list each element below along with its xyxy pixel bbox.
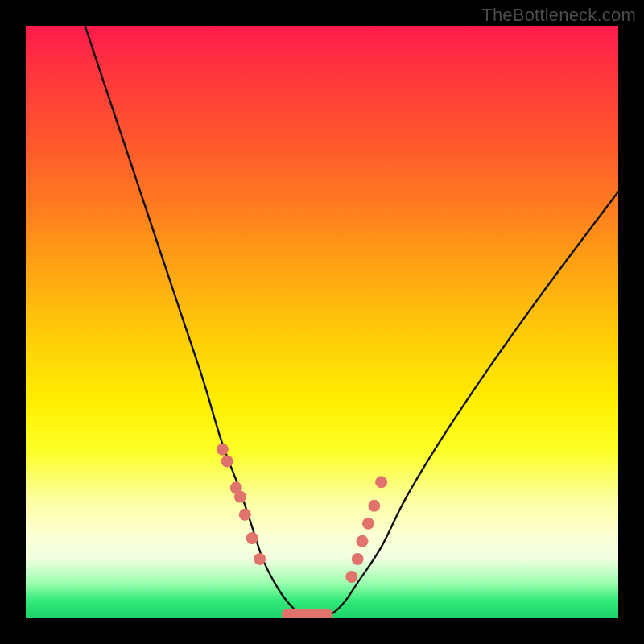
data-dot	[239, 509, 251, 521]
valley-bar	[282, 609, 333, 618]
data-dot	[375, 476, 387, 488]
data-dot	[217, 444, 229, 456]
data-dot	[254, 553, 266, 565]
curve-svg	[26, 26, 618, 618]
data-dot	[221, 456, 233, 468]
data-dot	[357, 535, 369, 547]
data-dot	[234, 491, 246, 503]
chart-frame: TheBottleneck.com	[0, 0, 644, 644]
data-dot	[345, 571, 357, 583]
data-dot	[246, 532, 258, 544]
watermark-text: TheBottleneck.com	[481, 5, 636, 26]
data-dot	[352, 553, 364, 565]
bottleneck-curve	[85, 26, 618, 618]
plot-area	[26, 26, 618, 618]
data-dot	[362, 518, 374, 530]
data-dot	[368, 500, 380, 512]
